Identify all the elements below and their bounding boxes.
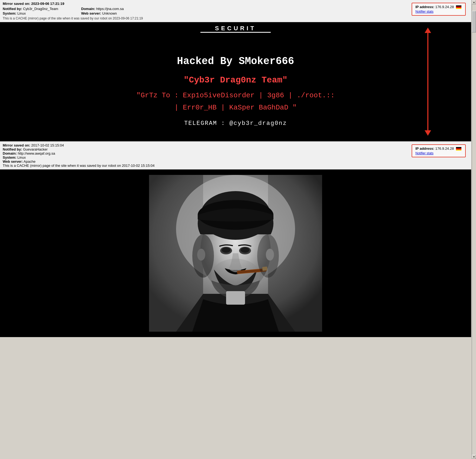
security-logo: SECURIT xyxy=(200,22,271,46)
mirror2-system: System: Linux xyxy=(3,155,468,159)
mirror1-webserver: Web server: Unknown xyxy=(81,11,468,15)
mirror2-webserver: Web server: Apache xyxy=(3,159,468,164)
scrollbar-up-button[interactable]: ▲ xyxy=(472,0,476,4)
mirror2-saved-on-label: Mirror saved on: xyxy=(3,143,30,147)
svg-point-19 xyxy=(192,234,214,278)
svg-point-11 xyxy=(241,247,249,253)
mirror1-notified-by: Notified by: Cyb3r_Drag0nz_Team xyxy=(3,7,78,11)
hacked-page-2 xyxy=(0,169,471,337)
germany-flag-icon xyxy=(456,5,461,9)
mirror1-info-grid: Notified by: Cyb3r_Drag0nz_Team Domain: … xyxy=(3,7,468,15)
arrow-up-icon xyxy=(425,28,431,33)
scrollbar-thumb[interactable] xyxy=(472,11,476,32)
germany-flag-icon-2 xyxy=(456,147,461,151)
red-double-arrow xyxy=(422,28,433,136)
mirror1-saved-on: Mirror saved on: 2023-09-06 17:21:19 xyxy=(3,2,468,6)
mirror2-cache-note: This is a CACHE (mirror) page of the sit… xyxy=(3,164,468,168)
mirror2-ip-line: IP address: 176.9.24.28 xyxy=(415,147,462,151)
mirror1-saved-on-label: Mirror saved on: xyxy=(3,2,30,6)
scrollbar[interactable]: ▲ ▼ xyxy=(472,0,476,337)
mirror2-notifier-stats-link[interactable]: Notifier stats xyxy=(415,151,462,155)
mirror1-domain: Domain: https://jna.com.sa xyxy=(81,7,468,11)
hacked-page-1: SECURIT Hacked By SMoker666 "Cyb3r Drag0… xyxy=(0,22,471,141)
security-logo-text: SECURIT xyxy=(200,22,271,33)
svg-rect-18 xyxy=(226,291,245,305)
mirror2-notified-by: Notified by: GuevaraHacker xyxy=(3,147,468,151)
mirror1-notifier-stats-link[interactable]: Notifier stats xyxy=(415,10,462,14)
mirror1-ip-line: IP address: 176.9.24.28 xyxy=(415,5,462,9)
mirror2-domain: Domain: http://www.awqaf.org.sa xyxy=(3,151,468,155)
mirror2-saved-on-date: 2017-10-02 15:15:04 xyxy=(31,143,64,147)
hacked-title: Hacked By SMoker666 xyxy=(177,55,294,67)
arrow-line xyxy=(427,33,428,130)
mirror2-info-bar: Mirror saved on: 2017-10-02 15:15:04 Not… xyxy=(0,141,471,169)
grtz-line-1: "GrTz To : Exp1o5iveDisorder | 3g86 | ./… xyxy=(136,91,335,100)
mirror1-info-bar: Mirror saved on: 2023-09-06 17:21:19 Not… xyxy=(0,0,471,22)
team-name: "Cyb3r Drag0nz Team" xyxy=(184,75,287,85)
telegram-text: TELEGRAM : @cyb3r_drag0nz xyxy=(184,120,287,127)
grtz-line-2: | Err0r_HB | KaSper BaGhDaD " xyxy=(174,103,297,112)
mirror1-system: System: Linux xyxy=(3,11,78,15)
portrait-image xyxy=(149,175,322,332)
mirror1-saved-on-date: 2023-09-06 17:21:19 xyxy=(31,2,64,6)
mirror2-saved-on: Mirror saved on: 2017-10-02 15:15:04 xyxy=(3,143,468,147)
mirror1-ip-box: IP address: 176.9.24.28 Notifier stats xyxy=(412,3,466,16)
mirror2-info-grid: Notified by: GuevaraHacker Domain: http:… xyxy=(3,147,468,164)
mirror1-cache-note: This is a CACHE (mirror) page of the sit… xyxy=(3,16,468,20)
svg-point-20 xyxy=(257,234,279,278)
mirror2-ip-box: IP address: 176.9.24.28 Notifier stats xyxy=(412,144,466,157)
arrow-down-icon xyxy=(425,130,431,136)
svg-point-10 xyxy=(222,247,230,253)
